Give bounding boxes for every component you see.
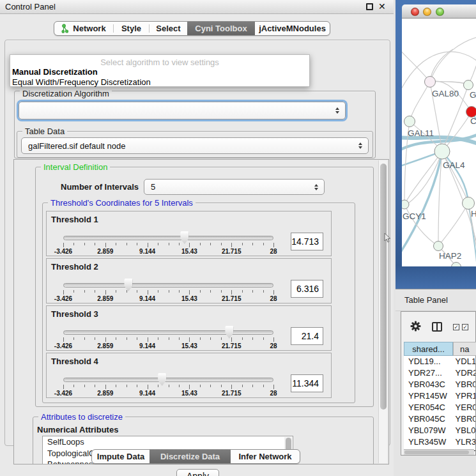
checkbox-icon[interactable]: ✓ [462, 324, 468, 330]
attribute-list-item[interactable]: SelfLoops [43, 436, 293, 448]
network-node[interactable] [434, 242, 443, 251]
network-edge[interactable] [402, 47, 430, 82]
popup-option-equal-width-frequency[interactable]: Equal Width/Frequency Discretization [12, 77, 151, 87]
checkbox-icon[interactable]: ✓ [453, 324, 459, 330]
threshold-panel: Threshold 2-3.4262.8599.14415.4321.71528 [46, 258, 332, 303]
tab-impute-data[interactable]: Impute Data [92, 450, 150, 463]
close-icon[interactable]: ✕ [378, 1, 386, 12]
column-header-shared-name[interactable]: shared... [404, 342, 453, 356]
network-edge[interactable] [430, 49, 453, 82]
slider-thumb[interactable] [158, 373, 166, 386]
threshold-panel: Threshold 3-3.4262.8599.14415.4321.71528 [46, 305, 332, 351]
table-cell-shared-name[interactable]: YLR345W [404, 436, 451, 448]
network-node[interactable] [466, 107, 476, 118]
select-columns-icon[interactable] [432, 322, 442, 332]
network-node[interactable] [434, 144, 450, 159]
tick-mark [231, 337, 232, 342]
table-cell-shared-name[interactable]: YER054C [404, 402, 451, 413]
table-cell-shared-name[interactable]: YPR145W [404, 390, 451, 402]
tab-style[interactable]: Style [114, 22, 149, 35]
network-graph[interactable]: GAL80GACGAL11GAL4GCY1HHAP2 [402, 19, 476, 266]
threshold-slider-track[interactable] [63, 330, 273, 335]
threshold-panel: Threshold 4-3.4262.8599.14415.4321.71528 [46, 353, 332, 398]
node-table-rows[interactable]: YDL19...YDL19YDR27...YDR27YBR043CYBR043C… [404, 356, 475, 452]
threshold-value-input[interactable] [291, 233, 323, 250]
table-row[interactable]: YBR043CYBR043C [404, 379, 475, 390]
table-row[interactable]: YLR345WYLR345W [404, 436, 475, 448]
threshold-value-input[interactable] [291, 374, 323, 392]
table-cell-shared-name[interactable]: YDR27... [404, 367, 451, 379]
tick-label: 2.859 [97, 342, 113, 349]
network-edge[interactable] [430, 82, 468, 85]
column-header-name[interactable]: na [453, 342, 476, 356]
table-cell-name[interactable]: YBR045C [451, 413, 475, 425]
tab-cyni-toolbox[interactable]: Cyni Toolbox [187, 22, 255, 35]
scrollbar-thumb[interactable] [404, 450, 469, 454]
table-horizontal-scrollbar[interactable] [404, 449, 474, 455]
network-node[interactable] [464, 81, 473, 90]
tab-style-label: Style [121, 24, 141, 33]
table-cell-name[interactable]: YBL079W [451, 425, 475, 436]
table-row[interactable]: YDL19...YDL19 [404, 356, 475, 367]
tab-discretize-data[interactable]: Discretize Data [150, 450, 231, 463]
scrollbar-thumb[interactable] [380, 164, 387, 410]
tab-jactivemnodules[interactable]: jActiveMNodules [255, 22, 330, 35]
gear-icon[interactable] [410, 321, 421, 332]
table-row[interactable]: YBR045CYBR045C [404, 413, 475, 425]
table-row[interactable]: YBL079WYBL079W [404, 425, 475, 436]
tick-label: -3.426 [54, 342, 72, 349]
number-of-intervals-combobox[interactable]: 5 [144, 179, 325, 195]
table-cell-name[interactable]: YDL19 [451, 356, 475, 367]
minimize-window-icon[interactable] [423, 8, 431, 16]
network-node-label: GAL11 [408, 128, 434, 138]
table-cell-name[interactable]: YLR345W [451, 436, 475, 448]
table-cell-name[interactable]: YPR145W [451, 390, 475, 402]
float-window-icon[interactable] [366, 3, 373, 10]
combo-arrows-icon [358, 142, 362, 149]
table-cell-shared-name[interactable]: YBR043C [404, 379, 451, 390]
network-edge[interactable] [430, 36, 476, 82]
table-cell-shared-name[interactable]: YBL079W [404, 425, 451, 436]
table-row[interactable]: YPR145WYPR145W [404, 390, 475, 402]
tab-infer-network-label: Infer Network [238, 452, 291, 461]
tick-mark [221, 290, 222, 293]
threshold-slider-track[interactable] [63, 236, 273, 240]
table-cell-name[interactable]: YER054C [451, 402, 475, 413]
zoom-window-icon[interactable] [436, 8, 444, 16]
network-node[interactable] [463, 197, 475, 210]
tab-discretize-data-label: Discretize Data [160, 452, 220, 461]
network-node[interactable] [425, 77, 436, 88]
threshold-value-input[interactable] [291, 327, 323, 345]
network-edge[interactable] [438, 203, 468, 246]
tick-mark [63, 243, 64, 247]
threshold-title: Threshold 1 [51, 215, 98, 224]
popup-option-manual-discretization[interactable]: Manual Discretization [12, 67, 98, 77]
table-data-combobox[interactable]: galFiltered.sif default node [21, 137, 369, 154]
network-edge[interactable] [410, 82, 430, 121]
tab-select[interactable]: Select [150, 22, 187, 35]
threshold-value-input[interactable] [291, 280, 323, 298]
apply-button[interactable]: Apply [176, 469, 219, 476]
table-cell-shared-name[interactable]: YDL19... [404, 356, 451, 367]
table-row[interactable]: YER054CYER054C [404, 402, 475, 413]
slider-thumb[interactable] [124, 279, 132, 291]
tab-select-label: Select [156, 24, 180, 33]
tab-network[interactable]: Network [54, 22, 113, 35]
slider-thumb[interactable] [225, 326, 233, 339]
network-node[interactable] [402, 200, 409, 209]
table-cell-name[interactable]: YDR27 [451, 367, 475, 379]
slider-thumb[interactable] [180, 231, 188, 244]
network-canvas[interactable]: GAL80GACGAL11GAL4GCY1HHAP2 [402, 19, 476, 266]
algorithm-combobox[interactable] [19, 102, 346, 119]
threshold-slider-track[interactable] [63, 378, 273, 382]
threshold-slider-track[interactable] [63, 283, 273, 288]
settings-vertical-scrollbar[interactable] [378, 160, 387, 463]
close-window-icon[interactable] [411, 8, 419, 16]
network-node[interactable] [404, 116, 415, 127]
network-edge[interactable] [442, 151, 468, 203]
table-row[interactable]: YDR27...YDR27 [404, 367, 475, 379]
network-edge[interactable] [404, 204, 438, 246]
table-cell-name[interactable]: YBR043C [451, 379, 475, 390]
tab-infer-network[interactable]: Infer Network [231, 450, 300, 463]
table-cell-shared-name[interactable]: YBR045C [404, 413, 451, 425]
